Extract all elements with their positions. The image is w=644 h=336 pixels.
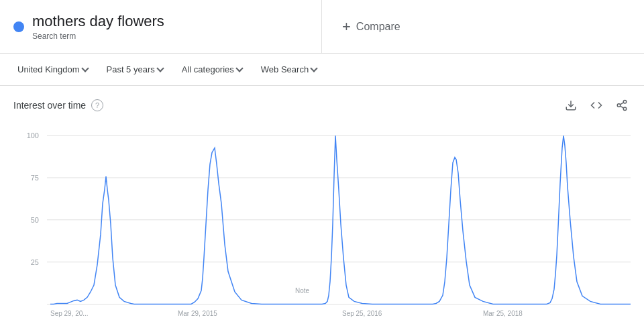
compare-label: Compare [356,21,400,33]
compare-section: + Compare [322,0,644,53]
share-button[interactable] [613,97,631,114]
location-chevron-icon [81,64,89,72]
category-filter[interactable]: All categories [175,60,249,78]
y-label-25: 25 [31,258,39,266]
chart-actions [562,97,631,114]
x-label-2: Mar 29, 2015 [178,310,217,317]
download-icon [565,99,577,111]
search-term-text: mothers day flowers Search term [32,13,164,41]
y-label-75: 75 [31,174,39,182]
chart-title-row: Interest over time ? [13,99,103,111]
header: mothers day flowers Search term + Compar… [0,0,644,54]
search-type-chevron-icon [310,64,317,72]
time-range-label: Past 5 years [107,64,155,74]
search-term-dot [13,21,24,32]
help-icon[interactable]: ? [91,99,103,111]
search-type-filter[interactable]: Web Search [254,60,323,78]
svg-line-4 [620,106,623,108]
svg-point-1 [623,101,627,104]
chart-container: 100 75 50 25 Sep 29, 20... Mar 29, 2015 … [13,122,631,333]
embed-button[interactable] [588,97,605,114]
trend-chart: 100 75 50 25 Sep 29, 20... Mar 29, 2015 … [13,122,631,333]
search-term-title: mothers day flowers [32,13,164,30]
search-type-label: Web Search [261,64,309,74]
download-button[interactable] [562,97,580,114]
y-label-100: 100 [27,131,39,139]
category-label: All categories [182,64,234,74]
x-label-3: Sep 25, 2016 [342,310,382,317]
svg-point-2 [617,104,621,107]
chart-header: Interest over time ? [13,97,631,114]
y-label-50: 50 [31,216,39,224]
svg-line-5 [620,103,623,105]
time-range-chevron-icon [156,64,164,72]
category-chevron-icon [235,64,243,72]
location-label: United Kingdom [17,64,80,74]
time-range-filter[interactable]: Past 5 years [100,60,170,78]
share-icon [616,99,628,111]
svg-point-3 [623,107,627,111]
x-label-4: Mar 25, 2018 [483,310,523,317]
x-label-1: Sep 29, 20... [50,310,89,317]
compare-plus-icon: + [342,18,351,36]
chart-section: Interest over time ? [0,86,644,336]
help-icon-label: ? [95,101,99,109]
chart-note-label: Note [295,287,309,294]
location-filter[interactable]: United Kingdom [11,60,95,78]
embed-icon [590,99,602,111]
search-term-section: mothers day flowers Search term [0,0,322,53]
filters-bar: United Kingdom Past 5 years All categori… [0,54,644,86]
chart-title: Interest over time [13,100,86,111]
compare-button[interactable]: + Compare [342,18,400,36]
search-term-label: Search term [32,32,164,41]
